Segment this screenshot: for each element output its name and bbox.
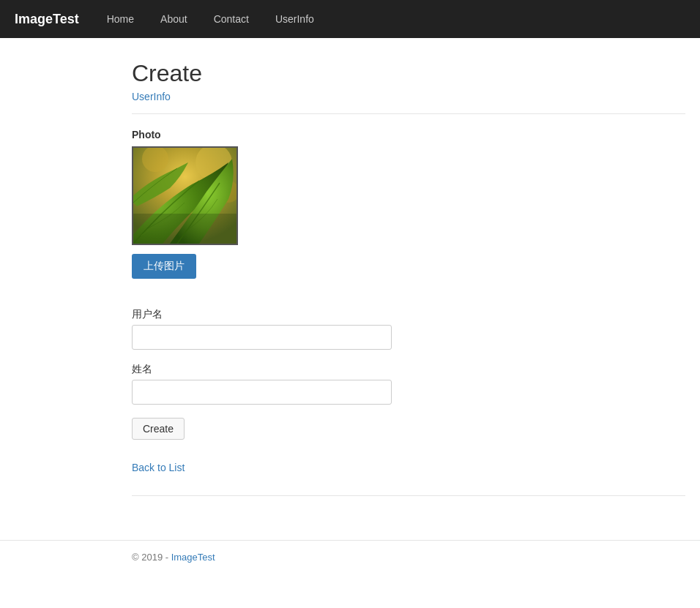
create-button[interactable]: Create [132, 418, 185, 440]
page-title: Create [132, 60, 685, 87]
main-content: Create UserInfo Photo [0, 38, 700, 540]
create-button-wrapper: Create [132, 418, 685, 451]
nav-links: Home About Contact UserInfo [101, 10, 320, 28]
footer-text: © 2019 - ImageTest [132, 552, 215, 563]
fullname-label: 姓名 [132, 363, 685, 376]
upload-button[interactable]: 上传图片 [132, 254, 196, 279]
nav-link-about[interactable]: About [154, 10, 193, 28]
nav-link-contact[interactable]: Contact [208, 10, 255, 28]
footer-brand: ImageTest [171, 552, 215, 563]
nav-link-home[interactable]: Home [101, 10, 140, 28]
username-label: 用户名 [132, 308, 685, 321]
fullname-input[interactable] [132, 380, 392, 405]
photo-preview-image [133, 148, 237, 244]
back-to-list-link[interactable]: Back to List [132, 462, 685, 473]
photo-label: Photo [132, 129, 685, 140]
nav-link-userinfo[interactable]: UserInfo [269, 10, 320, 28]
username-group: 用户名 [132, 308, 685, 350]
section-divider-bottom [132, 495, 685, 496]
section-divider-top [132, 113, 685, 114]
breadcrumb-link[interactable]: UserInfo [132, 91, 171, 102]
fullname-group: 姓名 [132, 363, 685, 405]
navbar: ImageTest Home About Contact UserInfo [0, 0, 700, 38]
photo-preview-wrapper [132, 146, 238, 245]
nav-brand[interactable]: ImageTest [15, 12, 79, 27]
username-input[interactable] [132, 325, 392, 350]
svg-rect-4 [133, 214, 237, 244]
photo-section: Photo [132, 129, 685, 293]
footer: © 2019 - ImageTest [0, 540, 700, 563]
